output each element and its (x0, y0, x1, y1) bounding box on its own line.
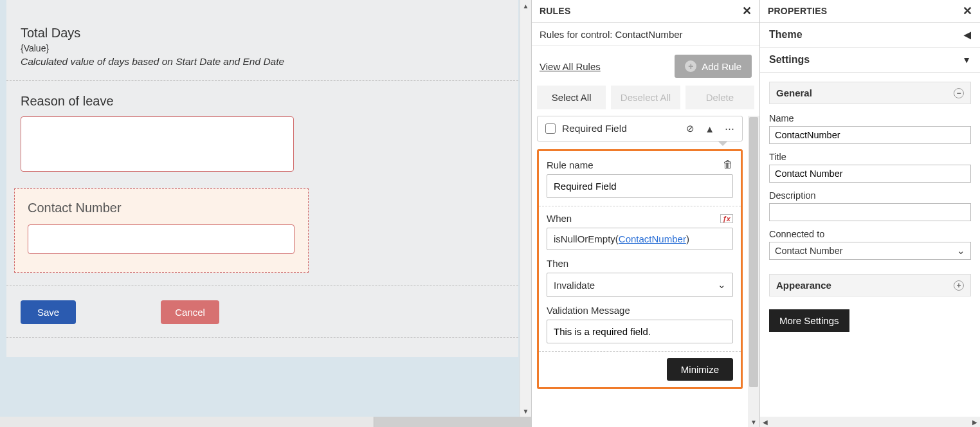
scroll-right-icon[interactable]: ▶ (970, 417, 980, 427)
scroll-down-icon[interactable]: ▼ (748, 417, 759, 427)
canvas-scrollbar-horizontal[interactable] (0, 417, 531, 427)
rule-name-input[interactable] (547, 174, 733, 198)
connected-to-select[interactable]: Contact Number ⌄ (769, 242, 971, 260)
rules-header: RULES (540, 6, 570, 16)
add-rule-label: Add Rule (702, 61, 741, 72)
scrollbar-thumb[interactable] (0, 417, 374, 427)
field-total-days: Total Days {Value} Calculated value of d… (6, 26, 518, 68)
formula-token[interactable]: ContactNumber (619, 233, 686, 244)
rules-subtitle-prefix: Rules for control: (540, 29, 615, 40)
rules-subtitle: Rules for control: ContactNumber (532, 23, 759, 46)
trash-icon[interactable]: 🗑 (723, 159, 733, 170)
formula-icon[interactable]: ƒx (720, 214, 733, 223)
description-input[interactable] (769, 203, 971, 221)
settings-section[interactable]: Settings ▼ (760, 48, 980, 73)
add-rule-button[interactable]: + Add Rule (675, 55, 752, 78)
deselect-all-button: Deselect All (611, 86, 680, 109)
then-select[interactable]: Invalidate ⌄ (547, 273, 733, 297)
disable-icon[interactable]: ⊘ (686, 123, 694, 134)
plus-icon: + (685, 60, 696, 72)
field-title: Total Days (21, 26, 504, 41)
scroll-up-icon[interactable]: ▲ (520, 0, 531, 12)
validation-message-label: Validation Message (547, 305, 630, 316)
select-all-button[interactable]: Select All (537, 86, 606, 109)
name-input[interactable] (769, 126, 971, 144)
field-reason-of-leave: Reason of leave (6, 94, 518, 172)
settings-label: Settings (769, 54, 810, 66)
appearance-label: Appearance (776, 280, 831, 291)
scroll-down-icon[interactable]: ▼ (520, 405, 531, 417)
delete-button: Delete (685, 86, 754, 109)
form-canvas: Total Days {Value} Calculated value of d… (0, 0, 531, 427)
formula-suffix: ) (686, 233, 689, 244)
connected-to-value: Contact Number (775, 246, 843, 256)
rules-panel: RULES ✕ Rules for control: ContactNumber… (531, 0, 760, 427)
collapse-icon[interactable]: − (954, 88, 964, 98)
when-formula[interactable]: isNullOrEmpty(ContactNumber) (547, 228, 733, 250)
properties-panel: PROPERTIES ✕ Theme ◀ Settings ▼ General … (760, 0, 980, 427)
chevron-down-icon: ⌄ (957, 246, 965, 256)
properties-scrollbar-horizontal[interactable]: ◀ ▶ (760, 417, 980, 427)
rule-row[interactable]: Required Field ⊘ ▲ ⋯ (537, 116, 743, 141)
rule-row-label: Required Field (562, 123, 627, 134)
validation-message-input[interactable] (547, 320, 733, 343)
description-label: Description (769, 190, 971, 201)
properties-header: PROPERTIES (768, 6, 827, 16)
reason-input[interactable] (21, 116, 294, 172)
theme-section[interactable]: Theme ◀ (760, 23, 980, 48)
rule-checkbox[interactable] (545, 123, 556, 134)
name-label: Name (769, 113, 971, 123)
cancel-button[interactable]: Cancel (161, 300, 219, 324)
form-card: Total Days {Value} Calculated value of d… (6, 0, 518, 357)
rule-editor: Rule name 🗑 When ƒx isNullOrEmpty(Contac… (537, 149, 743, 389)
then-label: Then (547, 258, 568, 269)
view-all-rules-link[interactable]: View All Rules (540, 61, 601, 72)
title-label: Title (769, 152, 971, 162)
close-icon[interactable]: ✕ (963, 4, 972, 18)
chevron-down-icon: ▼ (962, 55, 971, 65)
chevron-down-icon: ⌄ (718, 279, 726, 291)
collapse-icon[interactable]: ▲ (705, 123, 714, 134)
then-value: Invalidate (554, 280, 595, 291)
field-contact-number-selected[interactable]: Contact Number (14, 188, 309, 273)
when-label: When (547, 213, 572, 224)
rules-subtitle-control: ContactNumber (615, 29, 683, 40)
rules-scrollbar-vertical[interactable]: ▲ ▼ (748, 116, 759, 427)
minimize-button[interactable]: Minimize (667, 358, 733, 381)
field-title: Contact Number (28, 201, 295, 215)
formula-prefix: isNullOrEmpty( (554, 233, 619, 244)
rule-name-label: Rule name (547, 159, 594, 170)
theme-label: Theme (769, 29, 803, 41)
contact-input[interactable] (28, 224, 295, 254)
field-description: Calculated value of days based on Start … (21, 56, 297, 68)
value-placeholder: {Value} (21, 43, 504, 53)
save-button[interactable]: Save (21, 300, 76, 324)
close-icon[interactable]: ✕ (742, 4, 752, 18)
general-group[interactable]: General − (769, 82, 971, 104)
chevron-left-icon: ◀ (964, 30, 971, 40)
connected-to-label: Connected to (769, 229, 971, 239)
canvas-scrollbar-vertical[interactable]: ▲ ▼ (520, 0, 531, 417)
more-icon[interactable]: ⋯ (725, 123, 734, 134)
title-input[interactable] (769, 165, 971, 183)
scroll-left-icon[interactable]: ◀ (760, 417, 770, 427)
more-settings-button[interactable]: More Settings (769, 309, 849, 332)
expand-icon[interactable]: + (954, 280, 964, 291)
appearance-group[interactable]: Appearance + (769, 274, 971, 296)
scrollbar-thumb[interactable] (749, 117, 758, 387)
field-title: Reason of leave (21, 94, 504, 109)
general-label: General (776, 87, 812, 98)
